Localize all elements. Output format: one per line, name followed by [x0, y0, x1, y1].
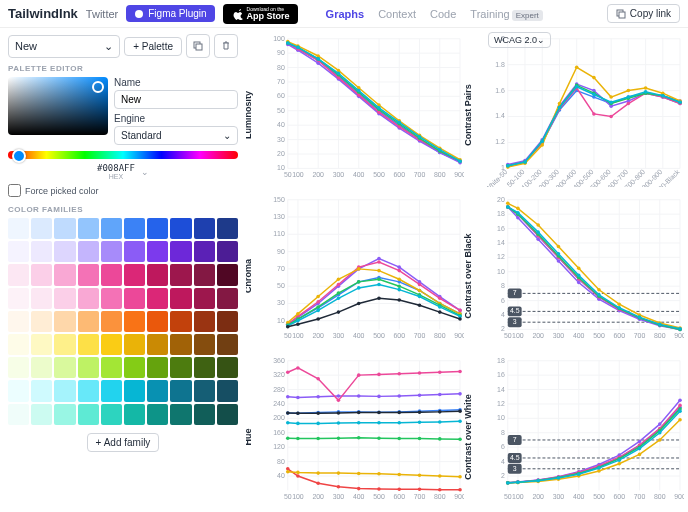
chevron-down-icon[interactable]: ⌄	[141, 167, 149, 177]
swatch[interactable]	[147, 380, 168, 401]
add-family-button[interactable]: + Add family	[87, 433, 160, 452]
swatch[interactable]	[217, 288, 238, 309]
tab-graphs[interactable]: Graphs	[326, 8, 365, 20]
swatch[interactable]	[31, 380, 52, 401]
swatch[interactable]	[101, 404, 122, 425]
swatch[interactable]	[101, 218, 122, 239]
swatch[interactable]	[101, 357, 122, 378]
swatch[interactable]	[147, 334, 168, 355]
swatch[interactable]	[147, 357, 168, 378]
swatch[interactable]	[194, 357, 215, 378]
swatch[interactable]	[54, 288, 75, 309]
swatch[interactable]	[54, 380, 75, 401]
engine-select[interactable]: Standard ⌄	[114, 126, 238, 145]
swatch[interactable]	[54, 241, 75, 262]
swatch[interactable]	[54, 404, 75, 425]
color-picker-canvas[interactable]	[8, 77, 108, 135]
swatch[interactable]	[170, 288, 191, 309]
wcag-select[interactable]: WCAG 2.0⌄	[488, 32, 551, 48]
swatch[interactable]	[31, 357, 52, 378]
swatch[interactable]	[8, 380, 29, 401]
swatch[interactable]	[8, 264, 29, 285]
swatch[interactable]	[31, 241, 52, 262]
hue-slider[interactable]	[8, 151, 238, 159]
swatch[interactable]	[78, 288, 99, 309]
swatch[interactable]	[217, 264, 238, 285]
swatch[interactable]	[147, 264, 168, 285]
swatch[interactable]	[170, 264, 191, 285]
swatch[interactable]	[8, 404, 29, 425]
swatch[interactable]	[217, 241, 238, 262]
swatch[interactable]	[8, 357, 29, 378]
swatch[interactable]	[124, 334, 145, 355]
swatch[interactable]	[78, 357, 99, 378]
swatch[interactable]	[8, 241, 29, 262]
swatch[interactable]	[170, 218, 191, 239]
add-palette-button[interactable]: + Palette	[124, 37, 182, 56]
swatch[interactable]	[170, 241, 191, 262]
swatch[interactable]	[170, 357, 191, 378]
swatch[interactable]	[217, 218, 238, 239]
swatch[interactable]	[124, 357, 145, 378]
swatch[interactable]	[217, 334, 238, 355]
swatch[interactable]	[78, 380, 99, 401]
name-input[interactable]	[114, 90, 238, 109]
swatch[interactable]	[124, 404, 145, 425]
swatch[interactable]	[78, 241, 99, 262]
duplicate-button[interactable]	[186, 34, 210, 58]
swatch[interactable]	[78, 264, 99, 285]
swatch[interactable]	[194, 218, 215, 239]
swatch[interactable]	[194, 264, 215, 285]
swatch[interactable]	[54, 357, 75, 378]
swatch[interactable]	[170, 404, 191, 425]
swatch[interactable]	[31, 311, 52, 332]
swatch[interactable]	[31, 404, 52, 425]
swatch[interactable]	[78, 218, 99, 239]
swatch[interactable]	[54, 334, 75, 355]
swatch[interactable]	[194, 241, 215, 262]
swatch[interactable]	[147, 218, 168, 239]
swatch[interactable]	[217, 404, 238, 425]
swatch[interactable]	[194, 311, 215, 332]
swatch[interactable]	[8, 288, 29, 309]
swatch[interactable]	[217, 380, 238, 401]
swatch[interactable]	[147, 311, 168, 332]
swatch[interactable]	[217, 357, 238, 378]
swatch[interactable]	[8, 311, 29, 332]
appstore-button[interactable]: Download on the App Store	[223, 4, 298, 24]
swatch[interactable]	[101, 380, 122, 401]
swatch[interactable]	[124, 218, 145, 239]
swatch[interactable]	[101, 241, 122, 262]
swatch[interactable]	[31, 334, 52, 355]
swatch[interactable]	[170, 334, 191, 355]
swatch[interactable]	[54, 218, 75, 239]
swatch[interactable]	[194, 404, 215, 425]
swatch[interactable]	[54, 264, 75, 285]
swatch[interactable]	[8, 218, 29, 239]
hex-value[interactable]: #008AFF	[97, 163, 135, 173]
swatch[interactable]	[31, 218, 52, 239]
delete-button[interactable]	[214, 34, 238, 58]
swatch[interactable]	[8, 334, 29, 355]
swatch[interactable]	[170, 380, 191, 401]
tab-code[interactable]: Code	[430, 8, 456, 20]
swatch[interactable]	[194, 288, 215, 309]
copy-link-button[interactable]: Copy link	[607, 4, 680, 23]
tab-context[interactable]: Context	[378, 8, 416, 20]
swatch[interactable]	[124, 380, 145, 401]
swatch[interactable]	[101, 311, 122, 332]
twitter-link[interactable]: Twitter	[86, 8, 118, 20]
swatch[interactable]	[124, 288, 145, 309]
swatch[interactable]	[31, 264, 52, 285]
swatch[interactable]	[78, 334, 99, 355]
palette-select[interactable]: New ⌄	[8, 35, 120, 58]
swatch[interactable]	[31, 288, 52, 309]
swatch[interactable]	[217, 311, 238, 332]
swatch[interactable]	[124, 311, 145, 332]
swatch[interactable]	[54, 311, 75, 332]
force-picked-checkbox[interactable]	[8, 184, 21, 197]
swatch[interactable]	[124, 264, 145, 285]
swatch[interactable]	[78, 404, 99, 425]
swatch[interactable]	[101, 288, 122, 309]
swatch[interactable]	[78, 311, 99, 332]
